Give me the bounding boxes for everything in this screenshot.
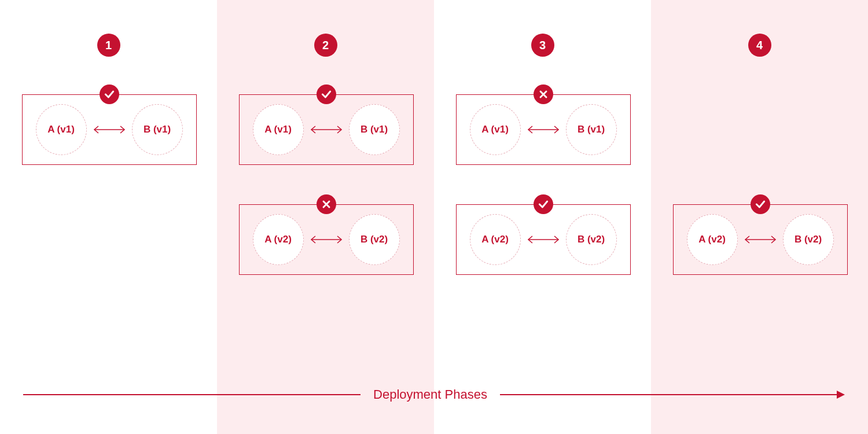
environment-box: A (v2) B (v2) [456, 204, 631, 275]
service-b-node: B (v1) [349, 104, 400, 155]
service-b-node: B (v2) [566, 214, 617, 265]
service-a-node: A (v2) [687, 214, 738, 265]
check-icon [100, 84, 119, 104]
bidirectional-arrow-icon [525, 124, 561, 135]
check-icon [751, 194, 770, 214]
axis-line-left [23, 394, 361, 395]
phase-column-3: 3 A (v1) B (v1) A (v2) B (v2) [434, 0, 651, 434]
phase-column-4: 4 A (v2) B (v2) [651, 0, 868, 434]
environment-row-v1: A (v1) B (v1) [456, 94, 630, 164]
environment-box: A (v2) B (v2) [239, 204, 414, 275]
environment-row-v1: A (v1) B (v1) [239, 94, 413, 164]
deployment-phases-diagram: 1 A (v1) B (v1) 2 A (v1) B (v1) [0, 0, 868, 434]
service-a-node: A (v1) [470, 104, 521, 155]
environment-row-v2: A (v2) B (v2) [673, 204, 847, 274]
axis-line-right [500, 394, 837, 395]
service-b-node: B (v2) [349, 214, 400, 265]
check-icon [317, 84, 336, 104]
service-a-node: A (v1) [36, 104, 87, 155]
timeline-axis: Deployment Phases [23, 387, 845, 402]
phase-badge: 2 [314, 34, 337, 57]
environment-row-v1: A (v1) B (v1) [22, 94, 196, 164]
service-a-node: A (v2) [253, 214, 304, 265]
environment-box: A (v1) B (v1) [239, 94, 414, 165]
check-icon [534, 194, 553, 214]
environment-box: A (v2) B (v2) [673, 204, 848, 275]
environment-box: A (v1) B (v1) [22, 94, 197, 165]
arrowhead-icon [837, 391, 845, 399]
bidirectional-arrow-icon [91, 124, 127, 135]
phase-badge: 4 [748, 34, 771, 57]
service-a-node: A (v1) [253, 104, 304, 155]
phase-column-2: 2 A (v1) B (v1) A (v2) B (v2) [217, 0, 434, 434]
environment-row-v2: A (v2) B (v2) [456, 204, 630, 274]
bidirectional-arrow-icon [742, 234, 778, 245]
environment-row-v2: A (v2) B (v2) [239, 204, 413, 274]
service-b-node: B (v1) [566, 104, 617, 155]
cross-icon [534, 84, 553, 104]
phase-column-1: 1 A (v1) B (v1) [0, 0, 217, 434]
axis-label: Deployment Phases [361, 387, 500, 402]
cross-icon [317, 194, 336, 214]
bidirectional-arrow-icon [308, 124, 344, 135]
environment-box: A (v1) B (v1) [456, 94, 631, 165]
phase-badge: 3 [531, 34, 554, 57]
bidirectional-arrow-icon [525, 234, 561, 245]
phase-badge: 1 [97, 34, 120, 57]
service-b-node: B (v1) [132, 104, 183, 155]
bidirectional-arrow-icon [308, 234, 344, 245]
service-a-node: A (v2) [470, 214, 521, 265]
service-b-node: B (v2) [783, 214, 834, 265]
